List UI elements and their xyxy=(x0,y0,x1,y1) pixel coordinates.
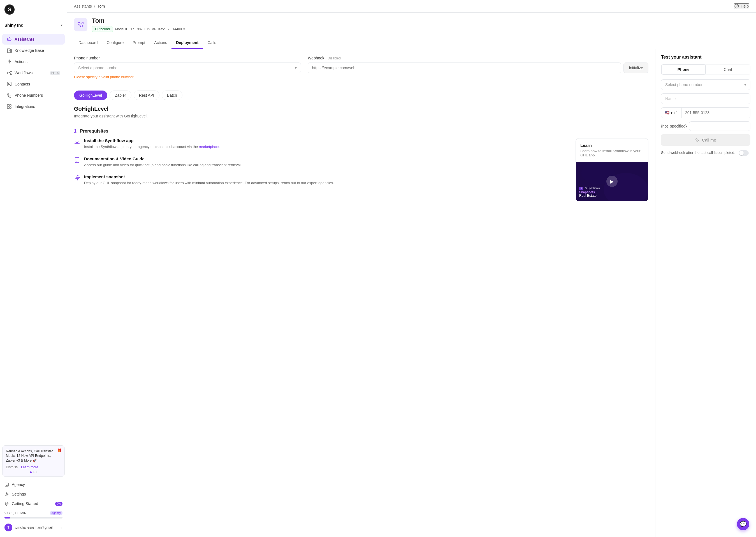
initialize-button[interactable]: Initialize xyxy=(623,62,648,73)
copy-api-key-icon[interactable]: ⧉ xyxy=(183,27,185,31)
assistant-header: Tom Outbound Model ID: 17...98200 ⧉ API … xyxy=(67,13,756,37)
chat-support-button[interactable]: 💬 xyxy=(737,518,749,530)
sidebar-item-actions[interactable]: Actions xyxy=(2,56,65,67)
svg-rect-9 xyxy=(7,107,9,108)
sidebar-item-agency[interactable]: Agency xyxy=(2,480,65,489)
sidebar-item-settings[interactable]: Settings xyxy=(2,490,65,499)
usage-badge: Agency xyxy=(50,511,62,515)
tab-prompt[interactable]: Prompt xyxy=(128,37,150,49)
chevron-down-icon: ▾ xyxy=(744,82,746,87)
lightning-icon xyxy=(7,59,12,64)
marketplace-link[interactable]: marketplace. xyxy=(199,145,220,149)
main-content: Assistants / Tom Help Tom Outbound Model… xyxy=(67,0,756,537)
video-play-button[interactable]: ▶ xyxy=(606,176,617,187)
phone-call-icon xyxy=(695,138,700,143)
sidebar-item-getting-started[interactable]: Getting Started 0% xyxy=(2,499,65,508)
tab-dashboard[interactable]: Dashboard xyxy=(74,37,102,49)
sidebar-logo-area: S xyxy=(0,0,67,19)
video-tag: Snapshots xyxy=(579,190,600,194)
webhook-disabled-label: Disabled xyxy=(328,56,341,60)
int-tab-zapier[interactable]: Zapier xyxy=(109,91,132,100)
phone-section: Phone number Select a phone number ▾ Ple… xyxy=(74,56,301,79)
phone-number-input[interactable] xyxy=(682,107,750,118)
user-row[interactable]: T tomcharlesosman@gmail ⇅ xyxy=(2,521,65,534)
sidebar-item-label: Contacts xyxy=(15,82,30,86)
doc-icon xyxy=(74,157,81,164)
test-tab-phone[interactable]: Phone xyxy=(661,64,706,74)
svg-point-2 xyxy=(7,72,8,73)
chevron-down-icon: ▾ xyxy=(61,23,62,27)
sidebar-item-workflows[interactable]: Workflows BETA xyxy=(2,67,65,78)
learn-card-desc: Learn how to install Synthflow in your G… xyxy=(580,149,644,157)
integration-title: GoHighLevel xyxy=(74,106,648,112)
breadcrumb-parent[interactable]: Assistants xyxy=(74,4,92,8)
sidebar-nav: Assistants Knowledge Base Actions Workfl… xyxy=(0,31,67,442)
phone-label: Phone number xyxy=(74,56,301,60)
video-overlay: S S Synthflow Snapshots Real Estate ▶ xyxy=(576,162,648,201)
rocket-icon xyxy=(5,501,9,506)
prereq-item-snapshot: Implement snapshot Deploy our GHL snapsh… xyxy=(74,174,570,186)
sidebar-item-label: Workflows xyxy=(15,71,32,75)
sidebar-item-knowledge-base[interactable]: Knowledge Base xyxy=(2,45,65,56)
user-email: tomcharlesosman@gmail xyxy=(15,525,58,529)
panel-title: Test your assistant xyxy=(661,55,750,60)
webhook-toggle[interactable] xyxy=(738,150,749,156)
chevron-down-icon: ▾ xyxy=(295,65,297,70)
flag-select[interactable]: 🇺🇸 ▾ +1 xyxy=(661,107,682,118)
call-me-button[interactable]: Call me xyxy=(661,134,750,146)
sidebar-item-contacts[interactable]: Contacts xyxy=(2,79,65,89)
sidebar-item-phone-numbers[interactable]: Phone Numbers xyxy=(2,90,65,101)
learn-card-video[interactable]: S S Synthflow Snapshots Real Estate ▶ xyxy=(576,162,648,201)
tab-actions[interactable]: Actions xyxy=(150,37,172,49)
assistant-icon xyxy=(74,18,87,31)
test-tab-chat[interactable]: Chat xyxy=(706,64,750,74)
int-tab-batch[interactable]: Batch xyxy=(162,91,182,100)
phone-input-row: 🇺🇸 ▾ +1 xyxy=(661,107,750,118)
company-selector[interactable]: Shiny Inc ▾ xyxy=(0,19,67,31)
tab-calls[interactable]: Calls xyxy=(203,37,220,49)
tab-deployment[interactable]: Deployment xyxy=(172,37,203,49)
learn-more-button[interactable]: Learn more xyxy=(21,465,38,469)
webhook-section: Webhook Disabled Initialize xyxy=(308,56,648,73)
prereq-item-title: Documentation & Video Guide xyxy=(84,156,570,161)
gift-icon: 🎁 xyxy=(58,448,61,452)
prereq-title: 1 Prerequisites xyxy=(74,129,648,134)
prereq-item-desc: Install the Synthflow app on your agency… xyxy=(84,144,570,150)
getting-started-badge: 0% xyxy=(55,502,62,506)
webhook-toggle-text: Send webhook after the test call is comp… xyxy=(661,150,735,155)
phone-error: Please specify a valid phone number. xyxy=(74,75,301,79)
name-input[interactable] xyxy=(661,93,750,104)
dismiss-button[interactable]: Dismiss xyxy=(6,465,18,469)
phone-icon xyxy=(7,93,12,98)
sidebar-item-label: Settings xyxy=(12,492,26,496)
video-logo: S S Synthflow xyxy=(579,187,600,190)
copy-model-id-icon[interactable]: ⧉ xyxy=(147,27,150,31)
sidebar-item-assistants[interactable]: Assistants xyxy=(2,34,65,45)
svg-point-6 xyxy=(8,83,10,85)
int-tab-rest-api[interactable]: Rest API xyxy=(134,91,159,100)
contacts-icon xyxy=(7,82,12,87)
webhook-input[interactable] xyxy=(308,62,621,73)
sidebar-item-label: Assistants xyxy=(15,37,34,41)
sidebar-item-label: Agency xyxy=(12,482,25,487)
prereq-content-install: Install the Synthflow app Install the Sy… xyxy=(84,138,570,150)
prereq-number: 1 xyxy=(74,129,76,133)
not-specified-input[interactable] xyxy=(689,121,750,131)
help-icon xyxy=(735,4,739,8)
toggle-knob xyxy=(739,151,744,155)
promo-dot-1[interactable] xyxy=(30,472,32,473)
phone-select[interactable]: Select a phone number ▾ xyxy=(74,62,301,73)
int-tab-gohighlevel[interactable]: GoHighLevel xyxy=(74,91,107,100)
promo-dot-3[interactable] xyxy=(36,472,37,473)
panel-phone-select[interactable]: Select phone number ▾ xyxy=(661,79,750,90)
assistant-info: Tom Outbound Model ID: 17...98200 ⧉ API … xyxy=(92,17,749,32)
prereq-item-desc: Deploy our GHL snapshot for ready-made w… xyxy=(84,180,570,186)
help-button[interactable]: Help xyxy=(734,3,749,9)
panel-phone-select-field: Select phone number ▾ xyxy=(661,79,750,90)
svg-point-13 xyxy=(6,503,7,504)
company-name: Shiny Inc xyxy=(5,23,23,27)
sidebar-item-integrations[interactable]: Integrations xyxy=(2,101,65,112)
tab-configure[interactable]: Configure xyxy=(102,37,128,49)
svg-rect-10 xyxy=(10,107,11,108)
promo-dot-2[interactable] xyxy=(33,472,34,473)
